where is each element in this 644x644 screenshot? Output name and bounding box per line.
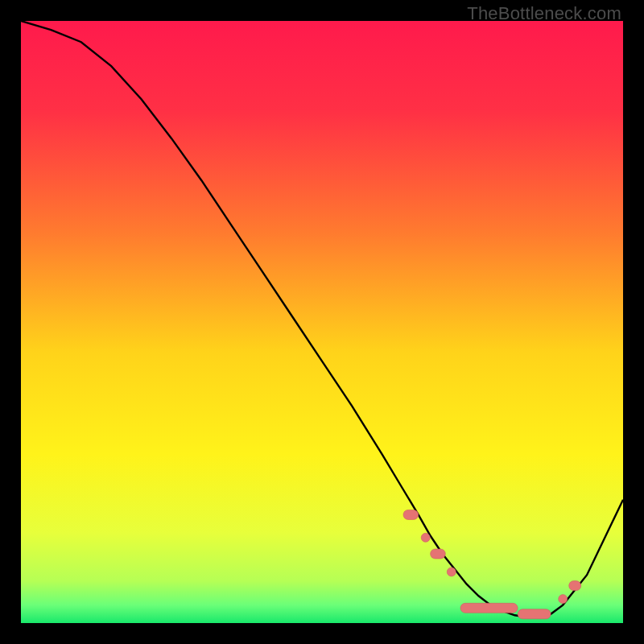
curve-path	[21, 21, 623, 617]
bottleneck-curve	[21, 21, 623, 623]
marker-pill	[431, 549, 446, 559]
marker-dot	[447, 568, 456, 576]
curve-markers	[403, 510, 581, 618]
chart-frame: TheBottleneck.com	[0, 0, 644, 644]
watermark-label: TheBottleneck.com	[467, 3, 621, 24]
marker-pill	[403, 510, 419, 519]
marker-pill	[518, 609, 551, 619]
plot-area	[21, 21, 623, 623]
marker-dot	[559, 595, 568, 604]
marker-pill	[569, 581, 581, 591]
marker-dot	[421, 533, 430, 542]
marker-pill	[460, 603, 518, 613]
